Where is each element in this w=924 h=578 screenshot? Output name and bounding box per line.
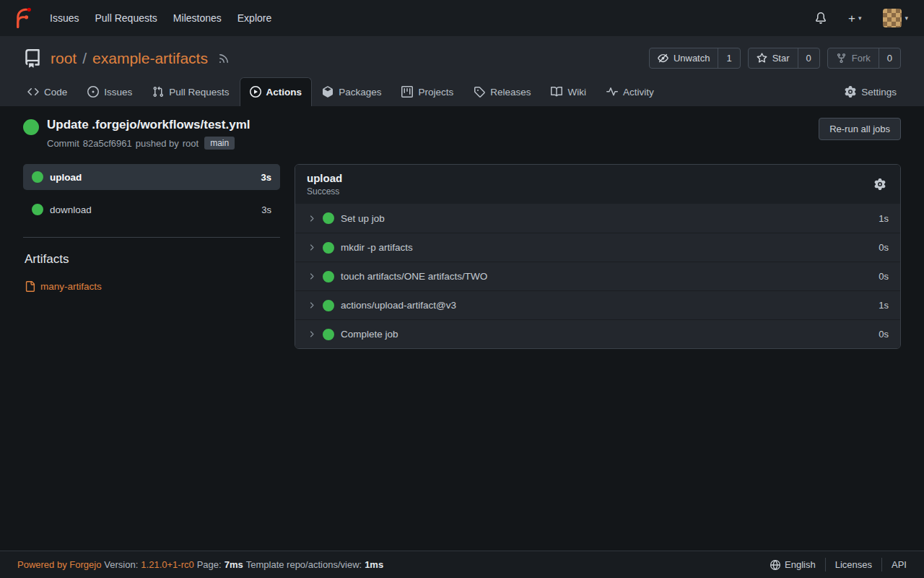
rerun-all-jobs-button[interactable]: Re-run all jobs: [819, 118, 901, 140]
eye-slash-icon: [658, 53, 668, 64]
tab-pull-requests[interactable]: Pull Requests: [142, 77, 239, 106]
tab-issues[interactable]: Issues: [77, 77, 142, 106]
job-detail-panel: upload Success Set up job 1s: [295, 164, 901, 349]
step-duration: 1s: [879, 300, 889, 311]
api-link[interactable]: API: [881, 558, 907, 571]
fork-button[interactable]: Fork: [828, 48, 879, 68]
step-success-icon: [323, 212, 334, 224]
step-duration: 1s: [879, 213, 889, 224]
repo-title-row: root / example-artifacts Unwatch 1 Star: [0, 48, 924, 69]
pusher-link[interactable]: root: [183, 138, 199, 149]
chevron-right-icon: [307, 214, 316, 223]
pull-request-icon: [152, 86, 164, 98]
job-name: upload: [50, 172, 82, 183]
job-item-download[interactable]: download 3s: [23, 197, 280, 223]
repo-breadcrumb: root / example-artifacts: [51, 50, 208, 67]
footer: Powered by Forgejo Version: 1.21.0+1-rc0…: [0, 551, 924, 578]
job-detail-status: Success: [307, 186, 342, 197]
tab-activity[interactable]: Activity: [596, 77, 664, 106]
run-success-icon: [23, 119, 39, 135]
rss-icon[interactable]: [218, 53, 230, 64]
play-icon: [250, 86, 261, 98]
nav-item-explore[interactable]: Explore: [230, 7, 279, 30]
commit-label: Commit: [47, 138, 79, 149]
artifact-link-many-artifacts[interactable]: many-artifacts: [23, 281, 280, 292]
tab-packages[interactable]: Packages: [312, 77, 391, 106]
step-success-icon: [323, 329, 334, 340]
job-success-icon: [32, 171, 43, 183]
forgejo-logo-icon: [12, 7, 33, 29]
forgejo-logo[interactable]: [12, 7, 33, 29]
step-name: Complete job: [341, 329, 398, 340]
chevron-right-icon: [307, 272, 316, 281]
repo-name-link[interactable]: example-artifacts: [92, 50, 208, 67]
job-success-icon: [32, 204, 43, 215]
user-menu-dropdown[interactable]: ▾: [879, 8, 912, 28]
powered-by-forgejo-link[interactable]: Powered by Forgejo: [17, 559, 101, 570]
tab-code[interactable]: Code: [17, 77, 77, 106]
book-icon: [551, 86, 562, 98]
fork-button-group: Fork 0: [827, 48, 901, 69]
globe-icon: [770, 560, 780, 570]
code-icon: [27, 86, 39, 98]
star-button[interactable]: Star: [749, 48, 798, 68]
chevron-down-icon: ▾: [905, 14, 908, 22]
actions-run-page: Update .forgejo/workflows/test.yml Commi…: [0, 106, 924, 551]
notifications-button[interactable]: [811, 12, 831, 25]
jobs-sidebar: upload 3s download 3s Artifacts many-art…: [23, 164, 280, 292]
unwatch-button[interactable]: Unwatch: [650, 48, 718, 68]
job-duration: 3s: [261, 172, 271, 183]
template-time-label: Template repo/actions/view:: [246, 559, 362, 570]
branch-badge[interactable]: main: [204, 137, 235, 150]
project-icon: [401, 86, 413, 98]
step-row-set-up-job[interactable]: Set up job 1s: [295, 204, 900, 233]
nav-item-issues[interactable]: Issues: [42, 7, 87, 30]
gear-icon: [874, 178, 886, 190]
step-row-upload-artifact[interactable]: actions/upload-artifact@v3 1s: [295, 290, 900, 319]
language-selector[interactable]: English: [761, 558, 825, 571]
commit-sha-link[interactable]: 82a5cf6961: [83, 138, 132, 149]
step-name: touch artifacts/ONE artifacts/TWO: [341, 271, 487, 282]
step-success-icon: [323, 271, 334, 282]
navbar-right: + ▾ ▾: [811, 8, 912, 28]
nav-item-pull-requests[interactable]: Pull Requests: [87, 7, 165, 30]
tab-actions[interactable]: Actions: [240, 77, 313, 106]
run-info: Update .forgejo/workflows/test.yml Commi…: [23, 118, 250, 150]
repo-header: root / example-artifacts Unwatch 1 Star: [0, 36, 924, 106]
file-icon: [25, 281, 35, 292]
create-new-dropdown[interactable]: + ▾: [844, 12, 866, 25]
tab-wiki[interactable]: Wiki: [541, 77, 596, 106]
tab-settings[interactable]: Settings: [834, 77, 907, 106]
pushed-by-label: pushed by: [136, 138, 179, 149]
star-icon: [757, 53, 767, 64]
tab-releases[interactable]: Releases: [463, 77, 541, 106]
forks-count[interactable]: 0: [879, 48, 900, 68]
watchers-count[interactable]: 1: [718, 48, 739, 68]
page: Issues Pull Requests Milestones Explore …: [0, 0, 924, 578]
job-detail-name: upload: [307, 172, 342, 184]
job-item-upload[interactable]: upload 3s: [23, 164, 280, 190]
version-link[interactable]: 1.21.0+1-rc0: [141, 559, 193, 570]
step-row-mkdir[interactable]: mkdir -p artifacts 0s: [295, 233, 900, 262]
job-detail-header: upload Success: [295, 165, 900, 204]
job-options-gear-button[interactable]: [871, 176, 889, 193]
step-name: mkdir -p artifacts: [341, 242, 413, 253]
step-success-icon: [323, 242, 334, 254]
repo-owner-link[interactable]: root: [51, 50, 77, 67]
step-duration: 0s: [879, 271, 889, 282]
step-row-complete-job[interactable]: Complete job 0s: [295, 319, 900, 348]
step-row-touch[interactable]: touch artifacts/ONE artifacts/TWO 0s: [295, 262, 900, 290]
licenses-link[interactable]: Licenses: [825, 558, 881, 571]
watch-button-group: Unwatch 1: [649, 48, 741, 69]
fork-label: Fork: [852, 53, 871, 64]
job-name: download: [50, 204, 92, 215]
stars-count[interactable]: 0: [798, 48, 819, 68]
step-duration: 0s: [879, 329, 889, 340]
nav-item-milestones[interactable]: Milestones: [165, 7, 230, 30]
chevron-right-icon: [307, 243, 316, 252]
star-label: Star: [772, 53, 790, 64]
package-icon: [322, 86, 334, 98]
plus-icon: +: [848, 12, 855, 25]
version-label: Version:: [104, 559, 138, 570]
tab-projects[interactable]: Projects: [391, 77, 463, 106]
